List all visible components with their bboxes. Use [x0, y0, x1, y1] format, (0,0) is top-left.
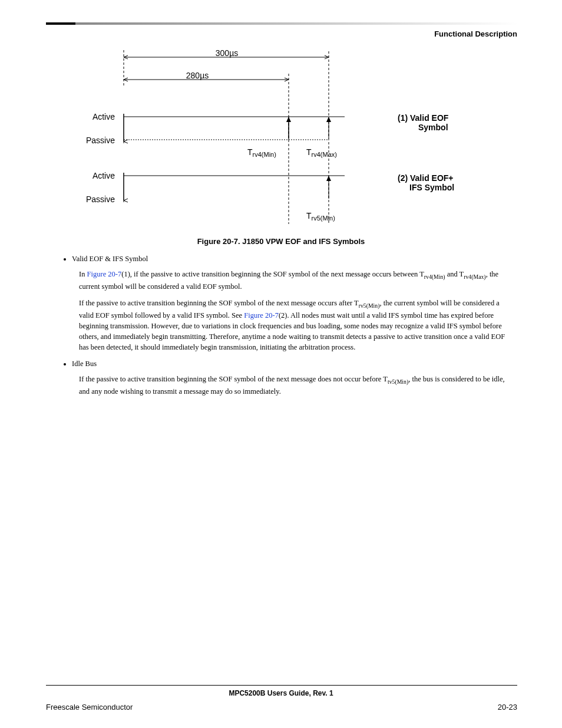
header-gradient-bar	[46, 22, 517, 25]
p1sub2: rv4(Max)	[464, 274, 485, 280]
side-label-1b: Symbol	[418, 123, 448, 132]
trv5min-sub: rv5(Min)	[312, 215, 335, 222]
bullet2-text: Idle Bus	[72, 360, 97, 368]
label-active-1: Active	[92, 112, 115, 121]
dim-300: 300	[216, 50, 230, 58]
p2sub1: rv5(Min)	[359, 302, 380, 308]
figure-link-1[interactable]: Figure 20-7	[87, 270, 122, 278]
p2a: If the passive to active transition begi…	[79, 299, 359, 307]
figure-link-2[interactable]: Figure 20-7	[244, 311, 279, 319]
p1a: In	[79, 270, 87, 278]
footer-rule	[46, 685, 517, 686]
label-passive-2: Passive	[86, 195, 115, 204]
paragraph-3: If the passive to active transition begi…	[79, 374, 507, 397]
label-passive-1: Passive	[86, 136, 115, 145]
dim-280: 280	[186, 71, 200, 80]
svg-text:Trv4(Max): Trv4(Max)	[306, 147, 337, 158]
svg-text:300µs: 300µs	[216, 50, 238, 58]
footer-right: 20-23	[498, 703, 517, 711]
svg-text:Trv4(Min): Trv4(Min)	[247, 147, 276, 158]
body-content: Valid EOF & IFS Symbol In Figure 20-7(1)…	[59, 253, 507, 403]
bullet1-text: Valid EOF & IFS Symbol	[72, 255, 148, 263]
svg-text:280µs: 280µs	[186, 71, 209, 80]
side-label-1a: (1) Valid EOF	[398, 113, 449, 123]
unit-us-2: µs	[200, 71, 209, 80]
svg-text:Trv5(Min): Trv5(Min)	[306, 211, 335, 222]
label-active-2: Active	[92, 171, 115, 180]
svg-marker-15	[326, 117, 331, 122]
footer-left: Freescale Semiconductor	[46, 703, 133, 711]
footer-center: MPC5200B Users Guide, Rev. 1	[0, 689, 562, 697]
svg-marker-13	[286, 117, 291, 122]
section-title: Functional Description	[434, 29, 517, 38]
p3a: If the passive to active transition begi…	[79, 375, 388, 383]
unit-us: µs	[229, 50, 238, 58]
svg-marker-22	[326, 176, 331, 181]
p1sub1: rv4(Min)	[424, 274, 445, 280]
p3sub1: tv5(Min)	[388, 378, 408, 385]
trv4min-sub: rv4(Min)	[253, 151, 276, 158]
bullet-idle-bus: Idle Bus If the passive to active transi…	[72, 358, 507, 397]
side-label-2a: (2) Valid EOF+	[398, 173, 454, 183]
figure-diagram: 300µs 280µs Active Passive Trv4(Min) Trv…	[71, 50, 495, 233]
paragraph-1: In Figure 20-7(1), if the passive to act…	[79, 269, 507, 292]
trv4max-sub: rv4(Max)	[312, 151, 337, 158]
p1b: (1), if the passive to active transition…	[121, 270, 424, 278]
p1c: and T	[445, 270, 464, 278]
figure-caption: Figure 20-7. J1850 VPW EOF and IFS Symbo…	[0, 237, 562, 246]
paragraph-2: If the passive to active transition begi…	[79, 298, 507, 353]
side-label-2b: IFS Symbol	[409, 183, 454, 192]
bullet-valid-eof-ifs: Valid EOF & IFS Symbol In Figure 20-7(1)…	[72, 253, 507, 353]
